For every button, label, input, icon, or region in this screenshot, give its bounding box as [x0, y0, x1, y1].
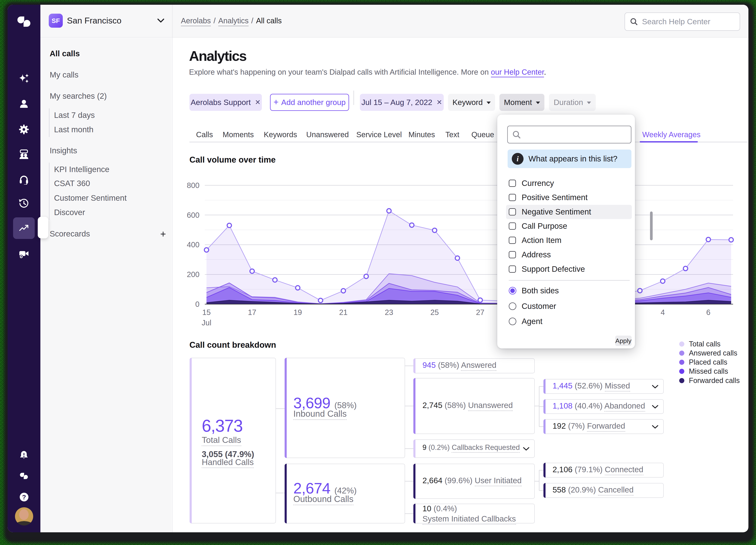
svg-text:4: 4 — [661, 308, 665, 316]
svg-text:800: 800 — [187, 181, 199, 190]
svg-text:27: 27 — [476, 308, 484, 316]
svg-text:17: 17 — [248, 308, 256, 316]
svg-text:23: 23 — [385, 308, 393, 316]
svg-text:400: 400 — [187, 241, 199, 249]
svg-text:19: 19 — [294, 308, 302, 316]
svg-text:15: 15 — [202, 308, 211, 316]
svg-text:200: 200 — [187, 270, 199, 278]
svg-text:600: 600 — [187, 211, 199, 219]
svg-text:0: 0 — [195, 300, 199, 308]
svg-text:25: 25 — [430, 308, 439, 316]
svg-text:6: 6 — [706, 308, 710, 316]
svg-text:21: 21 — [339, 308, 348, 316]
svg-text:Jul: Jul — [202, 318, 211, 327]
